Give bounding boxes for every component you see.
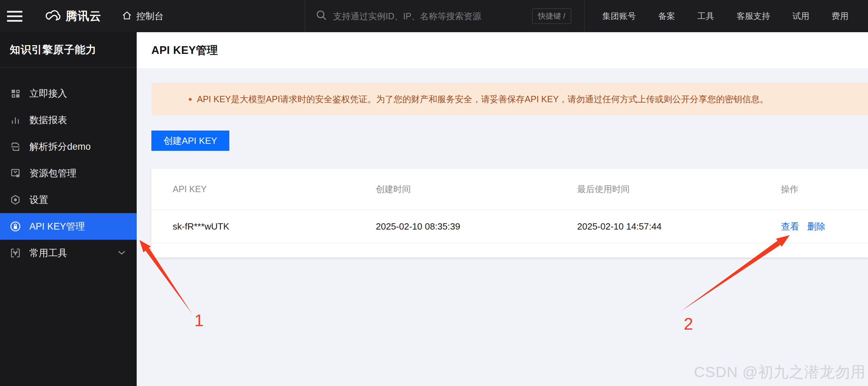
row-actions: 查看 删除	[781, 220, 868, 233]
wrench-icon	[10, 247, 21, 259]
delete-key-link[interactable]: 删除	[807, 221, 825, 232]
sidebar-title: 知识引擎原子能力	[0, 32, 137, 68]
sidebar-item-quick-access[interactable]: 立即接入	[0, 80, 137, 107]
column-header-api-key: API KEY	[173, 184, 376, 194]
created-time-value: 2025-02-10 08:35:39	[376, 221, 577, 232]
alert-text: API KEY是大模型API请求时的安全鉴权凭证。为了您的财产和服务安全，请妥善…	[197, 93, 769, 105]
key-icon	[10, 221, 21, 232]
csdn-watermark: CSDN @初九之潜龙勿用	[694, 362, 866, 383]
view-key-link[interactable]: 查看	[781, 221, 799, 232]
sidebar-item-label: 资源包管理	[29, 167, 77, 180]
sidebar-item-settings[interactable]: 设置	[0, 187, 137, 213]
table-bottom-padding	[151, 243, 868, 258]
sidebar-item-label: API KEY管理	[29, 220, 85, 233]
api-key-table-card: API KEY 创建时间 最后使用时间 操作 sk-fR***wUTK 2025…	[151, 169, 868, 258]
menu-item-group-account[interactable]: 集团账号	[602, 10, 636, 22]
top-menu: 集团账号 备案 工具 客服支持 试用 费用	[602, 0, 848, 32]
cloud-logo-icon	[43, 9, 61, 23]
sidebar-item-label: 立即接入	[29, 87, 67, 100]
menu-item-icp[interactable]: 备案	[658, 10, 675, 22]
sidebar: 知识引擎原子能力 立即接入 数据报表	[0, 32, 137, 386]
page-title: API KEY管理	[151, 43, 218, 58]
last-used-time-value: 2025-02-10 14:57:44	[577, 221, 781, 232]
main-content: API KEY管理 • API KEY是大模型API请求时的安全鉴权凭证。为了您…	[137, 32, 868, 386]
brand-name: 腾讯云	[66, 8, 101, 24]
document-split-icon	[10, 141, 21, 152]
tencent-cloud-logo[interactable]: 腾讯云	[43, 8, 101, 24]
column-header-actions: 操作	[781, 183, 868, 195]
table-header-row: API KEY 创建时间 最后使用时间 操作	[151, 169, 868, 210]
gear-icon	[10, 194, 21, 205]
annotation-number-1: 1	[194, 311, 204, 330]
sidebar-item-common-tools[interactable]: 常用工具	[0, 240, 137, 266]
top-navigation-bar: 腾讯云 控制台 支持通过实例ID、IP、名称等搜索资源 快捷键 / 集团账号 备…	[0, 0, 868, 32]
page-header: API KEY管理	[137, 32, 868, 68]
hamburger-menu-icon[interactable]	[0, 0, 29, 32]
table-row: sk-fR***wUTK 2025-02-10 08:35:39 2025-02…	[151, 210, 868, 243]
sidebar-item-api-key-management[interactable]: API KEY管理	[0, 213, 137, 240]
home-icon	[122, 10, 132, 22]
menu-item-trial[interactable]: 试用	[792, 10, 809, 22]
create-api-key-button[interactable]: 创建API KEY	[151, 131, 229, 151]
global-search-input[interactable]: 支持通过实例ID、IP、名称等搜索资源 快捷键 /	[305, 0, 584, 32]
search-shortcut-hint: 快捷键 /	[532, 8, 571, 24]
resource-package-icon	[10, 168, 21, 179]
api-key-warning-banner: • API KEY是大模型API请求时的安全鉴权凭证。为了您的财产和服务安全，请…	[151, 83, 868, 115]
alert-bullet-icon: •	[188, 94, 192, 105]
sidebar-menu: 立即接入 数据报表 解析拆分demo	[0, 80, 137, 266]
console-label: 控制台	[136, 10, 164, 22]
sidebar-item-data-report[interactable]: 数据报表	[0, 107, 137, 133]
sidebar-item-label: 数据报表	[29, 114, 67, 126]
bar-chart-icon	[10, 114, 21, 126]
grid-icon	[10, 88, 21, 99]
menu-item-billing[interactable]: 费用	[832, 10, 848, 22]
sidebar-item-resource-package[interactable]: 资源包管理	[0, 160, 137, 187]
search-icon	[316, 9, 328, 23]
menu-item-tools[interactable]: 工具	[697, 10, 714, 22]
sidebar-item-label: 常用工具	[29, 247, 67, 259]
api-key-value: sk-fR***wUTK	[173, 221, 376, 232]
menu-item-support[interactable]: 客服支持	[737, 10, 770, 22]
chevron-down-icon	[117, 250, 126, 257]
search-placeholder: 支持通过实例ID、IP、名称等搜索资源	[333, 10, 481, 22]
console-nav-link[interactable]: 控制台	[122, 10, 164, 22]
sidebar-item-label: 设置	[29, 194, 48, 206]
sidebar-item-label: 解析拆分demo	[29, 140, 91, 153]
sidebar-item-parse-split-demo[interactable]: 解析拆分demo	[0, 133, 137, 160]
column-header-last-used-time: 最后使用时间	[577, 183, 781, 195]
column-header-created-time: 创建时间	[376, 183, 577, 195]
annotation-number-2: 2	[684, 314, 693, 334]
